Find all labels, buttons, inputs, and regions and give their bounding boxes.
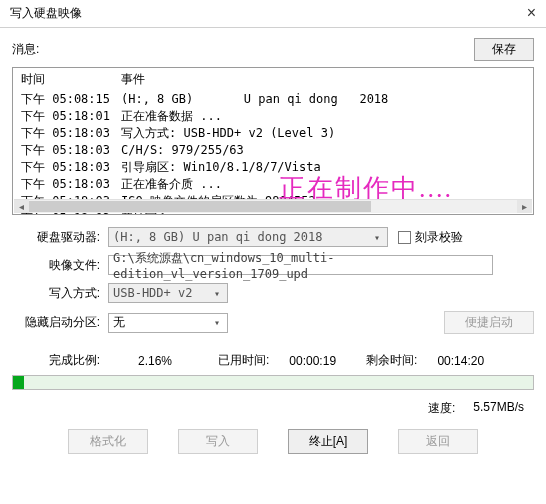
elapsed-label: 已用时间:	[218, 352, 269, 369]
log-row: 下午 05:18:03C/H/S: 979/255/63	[21, 142, 525, 159]
log-row: 下午 05:18:03写入方式: USB-HDD+ v2 (Level 3)	[21, 125, 525, 142]
drive-label: 硬盘驱动器:	[12, 229, 108, 246]
log-row: 下午 05:18:01正在准备数据 ...	[21, 108, 525, 125]
chevron-down-icon: ▾	[209, 316, 225, 330]
drive-select-value: (H:, 8 GB) U pan qi dong 2018	[113, 230, 323, 244]
close-icon[interactable]: ×	[527, 4, 536, 22]
log-box: 时间 事件 下午 05:08:15(H:, 8 GB) U pan qi don…	[12, 67, 534, 215]
log-header-time: 时间	[21, 71, 121, 88]
image-label: 映像文件:	[12, 257, 108, 274]
log-header-event: 事件	[121, 71, 525, 88]
percent-label: 完成比例:	[12, 352, 108, 369]
write-button: 写入	[178, 429, 258, 454]
image-path-value: G:\系统源盘\cn_windows_10_multi-edition_vl_v…	[113, 250, 488, 281]
chevron-down-icon: ▾	[369, 230, 385, 244]
elapsed-value: 00:00:19	[289, 354, 336, 368]
window-title: 写入硬盘映像	[10, 5, 82, 22]
write-mode-select[interactable]: USB-HDD+ v2 ▾	[108, 283, 228, 303]
verify-checkbox[interactable]: 刻录校验	[398, 229, 463, 246]
log-table: 下午 05:08:15(H:, 8 GB) U pan qi dong 2018…	[13, 91, 533, 215]
hidden-select[interactable]: 无 ▾	[108, 313, 228, 333]
scroll-track[interactable]	[29, 200, 517, 213]
write-mode-label: 写入方式:	[12, 285, 108, 302]
progress-bar	[12, 375, 534, 390]
scroll-right-icon[interactable]: ▸	[517, 200, 532, 213]
speed-value: 5.57MB/s	[473, 400, 524, 417]
format-button: 格式化	[68, 429, 148, 454]
log-row: 下午 05:18:03正在准备介质 ...	[21, 176, 525, 193]
progress-fill	[13, 376, 24, 389]
verify-label: 刻录校验	[415, 229, 463, 246]
quickboot-button: 便捷启动	[444, 311, 534, 334]
speed-label: 速度:	[428, 400, 455, 417]
abort-button[interactable]: 终止[A]	[288, 429, 368, 454]
message-label: 消息:	[12, 41, 39, 58]
write-mode-value: USB-HDD+ v2	[113, 286, 192, 300]
chevron-down-icon: ▾	[209, 286, 225, 300]
drive-select[interactable]: (H:, 8 GB) U pan qi dong 2018 ▾	[108, 227, 388, 247]
hidden-label: 隐藏启动分区:	[12, 314, 108, 331]
percent-value: 2.16%	[138, 354, 188, 368]
image-path-input[interactable]: G:\系统源盘\cn_windows_10_multi-edition_vl_v…	[108, 255, 493, 275]
remain-value: 00:14:20	[437, 354, 484, 368]
titlebar: 写入硬盘映像 ×	[0, 0, 546, 28]
scroll-left-icon[interactable]: ◂	[14, 200, 29, 213]
scroll-thumb[interactable]	[29, 201, 371, 212]
horizontal-scrollbar[interactable]: ◂ ▸	[14, 199, 532, 213]
log-row: 下午 05:08:15(H:, 8 GB) U pan qi dong 2018	[21, 91, 525, 108]
content-area: 消息: 保存 时间 事件 下午 05:08:15(H:, 8 GB) U pan…	[0, 28, 546, 462]
remain-label: 剩余时间:	[366, 352, 417, 369]
back-button: 返回	[398, 429, 478, 454]
log-row: 下午 05:18:03引导扇区: Win10/8.1/8/7/Vista	[21, 159, 525, 176]
checkbox-box-icon	[398, 231, 411, 244]
hidden-value: 无	[113, 314, 125, 331]
save-button[interactable]: 保存	[474, 38, 534, 61]
